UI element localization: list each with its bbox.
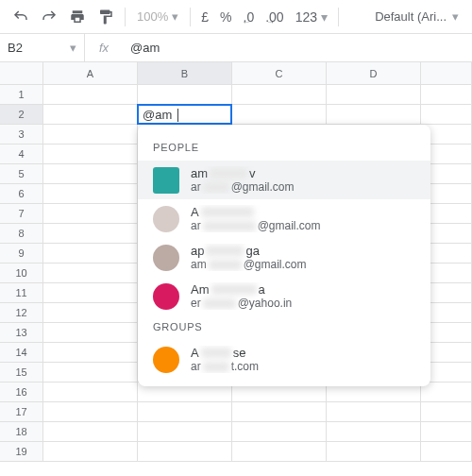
cell[interactable] xyxy=(43,323,138,343)
contact-email: ar████████@gmail.com xyxy=(191,219,415,232)
row-header-19[interactable]: 19 xyxy=(0,442,43,462)
cell[interactable] xyxy=(43,303,138,323)
row-header-6[interactable]: 6 xyxy=(0,184,43,204)
column-header-A[interactable]: A xyxy=(43,62,138,85)
cell[interactable] xyxy=(138,85,232,105)
row-header-17[interactable]: 17 xyxy=(0,402,43,422)
contact-email: ar████t.com xyxy=(191,360,415,373)
cell[interactable] xyxy=(43,382,138,402)
zoom-select[interactable]: 100%▾ xyxy=(131,9,184,24)
autocomplete-item-text: A████sear████t.com xyxy=(191,346,415,373)
cell[interactable] xyxy=(327,442,421,462)
autocomplete-item-text: A███████ar████████@gmail.com xyxy=(191,205,415,232)
cell[interactable] xyxy=(421,422,472,442)
grid-row: 2 xyxy=(0,105,472,125)
avatar xyxy=(153,283,179,310)
cell[interactable] xyxy=(43,363,138,382)
cell[interactable] xyxy=(43,264,138,283)
row-header-1[interactable]: 1 xyxy=(0,85,43,105)
autocomplete-item[interactable]: A███████ar████████@gmail.com xyxy=(138,199,430,238)
separator xyxy=(338,8,339,26)
contact-name: am█████v xyxy=(191,166,415,180)
autocomplete-item[interactable]: A████sear████t.com xyxy=(138,340,430,379)
cell[interactable] xyxy=(421,105,472,125)
cell[interactable] xyxy=(421,85,472,105)
print-button[interactable] xyxy=(64,4,91,30)
paint-format-button[interactable] xyxy=(93,4,119,30)
avatar xyxy=(153,167,179,194)
column-header-C[interactable]: C xyxy=(232,62,327,85)
column-header[interactable] xyxy=(421,62,472,85)
redo-button[interactable] xyxy=(36,4,62,30)
contact-name: A███████ xyxy=(191,205,415,219)
cell[interactable] xyxy=(232,85,327,105)
row-header-4[interactable]: 4 xyxy=(0,144,43,164)
currency-button[interactable]: £ xyxy=(196,9,213,25)
cell[interactable] xyxy=(43,422,138,442)
cell[interactable] xyxy=(43,184,138,204)
row-header-10[interactable]: 10 xyxy=(0,264,43,283)
cell[interactable] xyxy=(138,442,232,462)
increase-decimal-button[interactable]: .00→ xyxy=(261,9,288,25)
cell[interactable] xyxy=(43,144,138,164)
cell[interactable] xyxy=(43,125,138,144)
decrease-decimal-button[interactable]: .0← xyxy=(239,9,260,25)
row-header-16[interactable]: 16 xyxy=(0,382,43,402)
row-header-14[interactable]: 14 xyxy=(0,343,43,363)
row-header-7[interactable]: 7 xyxy=(0,204,43,224)
cell[interactable] xyxy=(138,402,232,422)
cell[interactable] xyxy=(43,343,138,363)
percent-button[interactable]: % xyxy=(215,9,236,25)
row-header-15[interactable]: 15 xyxy=(0,363,43,382)
avatar xyxy=(153,245,179,271)
cell[interactable] xyxy=(43,442,138,462)
undo-button[interactable] xyxy=(8,4,34,30)
cell[interactable] xyxy=(43,85,138,105)
grid-row: 19 xyxy=(0,442,472,462)
row-header-11[interactable]: 11 xyxy=(0,283,43,303)
cell[interactable] xyxy=(421,442,472,462)
autocomplete-section-header: GROUPS xyxy=(138,315,430,340)
row-header-9[interactable]: 9 xyxy=(0,244,43,264)
name-box[interactable]: B2▾ xyxy=(0,34,85,61)
cell[interactable] xyxy=(232,105,327,125)
cell[interactable] xyxy=(43,402,138,422)
formula-input[interactable]: @am xyxy=(123,41,472,55)
active-cell-editor[interactable]: @am xyxy=(137,104,232,125)
formula-bar: B2▾ fx @am xyxy=(0,34,472,62)
cell[interactable] xyxy=(138,422,232,442)
cell[interactable] xyxy=(232,442,327,462)
cell[interactable] xyxy=(43,283,138,303)
autocomplete-item[interactable]: ap█████gaam█████@gmail.com xyxy=(138,238,430,277)
autocomplete-item[interactable]: Am██████aer█████@yahoo.in xyxy=(138,277,430,315)
cell[interactable] xyxy=(232,422,327,442)
cell[interactable] xyxy=(421,382,472,402)
row-header-12[interactable]: 12 xyxy=(0,303,43,323)
cell[interactable] xyxy=(43,204,138,224)
cell[interactable] xyxy=(43,224,138,244)
row-header-3[interactable]: 3 xyxy=(0,125,43,144)
cell[interactable] xyxy=(43,105,138,125)
more-formats-button[interactable]: 123 ▾ xyxy=(291,9,332,25)
cell[interactable] xyxy=(232,402,327,422)
cell[interactable] xyxy=(327,422,421,442)
cell[interactable] xyxy=(327,85,421,105)
cell[interactable] xyxy=(421,402,472,422)
contact-name: ap█████ga xyxy=(191,244,415,258)
cell[interactable] xyxy=(327,402,421,422)
cell[interactable] xyxy=(43,164,138,184)
row-header-13[interactable]: 13 xyxy=(0,323,43,343)
row-header-18[interactable]: 18 xyxy=(0,422,43,442)
font-select[interactable]: Default (Ari...▾ xyxy=(369,9,464,24)
cell[interactable] xyxy=(327,105,421,125)
grid-row: 17 xyxy=(0,402,472,422)
cell[interactable] xyxy=(43,244,138,264)
select-all-corner[interactable] xyxy=(0,62,43,85)
contact-name: A████se xyxy=(191,346,415,360)
row-header-5[interactable]: 5 xyxy=(0,164,43,184)
column-header-B[interactable]: B xyxy=(138,62,232,85)
column-header-D[interactable]: D xyxy=(327,62,421,85)
autocomplete-item[interactable]: am█████var████@gmail.com xyxy=(138,161,430,199)
row-header-2[interactable]: 2 xyxy=(0,105,43,125)
row-header-8[interactable]: 8 xyxy=(0,224,43,244)
